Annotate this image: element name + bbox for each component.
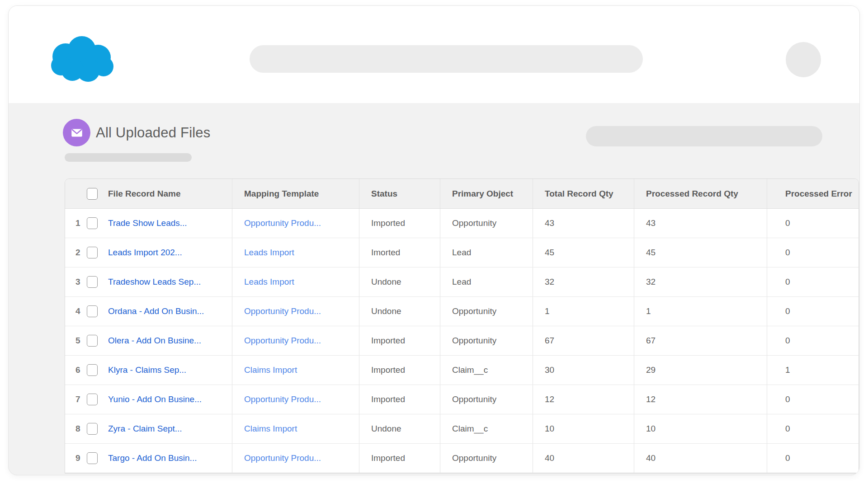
file-record-link[interactable]: Klyra - Claims Sep... <box>108 365 186 375</box>
column-header-primary-object: Primary Object <box>440 179 533 208</box>
file-record-link[interactable]: Ordana - Add On Busin... <box>108 306 204 316</box>
processed-error-cell: 0 <box>767 385 859 414</box>
status-cell: Imported <box>359 385 440 414</box>
file-record-cell: 2Leads Import 202... <box>65 238 232 267</box>
file-record-link[interactable]: Trade Show Leads... <box>108 218 187 228</box>
object-icon <box>63 119 90 146</box>
mapping-template-cell: Leads Import <box>232 267 359 296</box>
total-record-qty-cell: 43 <box>533 209 634 238</box>
table-row: 6Klyra - Claims Sep...Claims ImportImpor… <box>65 356 859 385</box>
file-record-link[interactable]: Yunio - Add On Busine... <box>108 394 202 404</box>
file-record-cell: 8Zyra - Claim Sept... <box>65 414 232 443</box>
processed-record-qty-cell: 10 <box>634 414 767 443</box>
row-checkbox[interactable] <box>87 335 98 347</box>
table-row: 9Targo - Add On Busin...Opportunity Prod… <box>65 444 859 473</box>
mapping-template-cell: Claims Import <box>232 414 359 443</box>
processed-error-cell: 0 <box>767 267 859 296</box>
processed-error-cell: 0 <box>767 209 859 238</box>
total-record-qty-cell: 12 <box>533 385 634 414</box>
row-number: 9 <box>75 453 87 463</box>
mapping-template-cell: Opportunity Produ... <box>232 385 359 414</box>
row-checkbox[interactable] <box>87 247 98 258</box>
mapping-template-link[interactable]: Opportunity Produ... <box>244 453 321 463</box>
row-number: 8 <box>75 424 87 434</box>
row-checkbox[interactable] <box>87 305 98 317</box>
mapping-template-link[interactable]: Claims Import <box>244 365 297 375</box>
file-record-link[interactable]: Tradeshow Leads Sep... <box>108 277 201 287</box>
row-number: 1 <box>75 218 87 228</box>
file-record-cell: 6Klyra - Claims Sep... <box>65 356 232 385</box>
status-cell: Imorted <box>359 238 440 267</box>
file-record-cell: 3Tradeshow Leads Sep... <box>65 267 232 296</box>
file-record-link[interactable]: Olera - Add On Busine... <box>108 336 201 346</box>
status-cell: Undone <box>359 297 440 326</box>
table-row: 7Yunio - Add On Busine...Opportunity Pro… <box>65 385 859 414</box>
row-checkbox[interactable] <box>87 217 98 229</box>
processed-record-qty-cell: 12 <box>634 385 767 414</box>
list-meta-placeholder <box>65 153 192 162</box>
mapping-template-cell: Opportunity Produ... <box>232 297 359 326</box>
status-cell: Imported <box>359 356 440 385</box>
processed-record-qty-cell: 32 <box>634 267 767 296</box>
status-cell: Imported <box>359 444 440 473</box>
file-record-link[interactable]: Leads Import 202... <box>108 248 182 258</box>
row-number: 2 <box>75 248 87 258</box>
row-checkbox[interactable] <box>87 276 98 288</box>
processed-error-cell: 0 <box>767 238 859 267</box>
primary-object-cell: Opportunity <box>440 326 533 355</box>
processed-record-qty-cell: 45 <box>634 238 767 267</box>
mapping-template-link[interactable]: Opportunity Produ... <box>244 218 321 228</box>
file-record-cell: 1Trade Show Leads... <box>65 209 232 238</box>
column-header-file-record-name: File Record Name <box>65 179 232 208</box>
mapping-template-link[interactable]: Claims Import <box>244 424 297 434</box>
primary-object-cell: Claim__c <box>440 414 533 443</box>
primary-object-cell: Opportunity <box>440 444 533 473</box>
file-record-cell: 9Targo - Add On Busin... <box>65 444 232 473</box>
status-cell: Imported <box>359 326 440 355</box>
file-record-link[interactable]: Zyra - Claim Sept... <box>108 424 182 434</box>
global-navigation-bar <box>9 6 859 103</box>
select-all-checkbox[interactable] <box>87 188 98 200</box>
row-checkbox[interactable] <box>87 364 98 376</box>
table-row: 4Ordana - Add On Busin...Opportunity Pro… <box>65 297 859 326</box>
mapping-template-link[interactable]: Opportunity Produ... <box>244 394 321 404</box>
file-record-link[interactable]: Targo - Add On Busin... <box>108 453 197 463</box>
column-header-label: File Record Name <box>108 189 181 199</box>
mapping-template-link[interactable]: Opportunity Produ... <box>244 306 321 316</box>
primary-object-cell: Lead <box>440 238 533 267</box>
column-header-mapping-template: Mapping Template <box>232 179 359 208</box>
row-number: 4 <box>75 306 87 316</box>
total-record-qty-cell: 45 <box>533 238 634 267</box>
table-row: 8Zyra - Claim Sept...Claims ImportUndone… <box>65 414 859 444</box>
mapping-template-link[interactable]: Leads Import <box>244 248 294 258</box>
processed-error-cell: 0 <box>767 444 859 473</box>
processed-error-cell: 0 <box>767 297 859 326</box>
primary-object-cell: Claim__c <box>440 356 533 385</box>
row-checkbox[interactable] <box>87 452 98 464</box>
row-checkbox[interactable] <box>87 423 98 435</box>
column-header-processed-error: Processed Error <box>767 179 859 208</box>
primary-object-cell: Lead <box>440 267 533 296</box>
salesforce-logo-icon[interactable] <box>47 35 117 82</box>
mapping-template-link[interactable]: Leads Import <box>244 277 294 287</box>
processed-record-qty-cell: 1 <box>634 297 767 326</box>
avatar[interactable] <box>786 42 821 77</box>
status-cell: Imported <box>359 209 440 238</box>
table-row: 3Tradeshow Leads Sep...Leads ImportUndon… <box>65 267 859 297</box>
table-row: 1Trade Show Leads...Opportunity Produ...… <box>65 209 859 238</box>
total-record-qty-cell: 40 <box>533 444 634 473</box>
total-record-qty-cell: 10 <box>533 414 634 443</box>
total-record-qty-cell: 67 <box>533 326 634 355</box>
table-row: 2Leads Import 202...Leads ImportImortedL… <box>65 238 859 267</box>
row-checkbox[interactable] <box>87 394 98 405</box>
column-header-status: Status <box>359 179 440 208</box>
file-record-cell: 7Yunio - Add On Busine... <box>65 385 232 414</box>
table-header-row: File Record NameMapping TemplateStatusPr… <box>65 179 859 209</box>
search-bar[interactable] <box>250 45 643 73</box>
primary-object-cell: Opportunity <box>440 297 533 326</box>
app-window: All Uploaded Files File Record NameMappi… <box>8 5 860 475</box>
file-record-cell: 4Ordana - Add On Busin... <box>65 297 232 326</box>
column-header-total-record-qty: Total Record Qty <box>533 179 634 208</box>
files-table: File Record NameMapping TemplateStatusPr… <box>65 178 859 474</box>
mapping-template-link[interactable]: Opportunity Produ... <box>244 336 321 346</box>
